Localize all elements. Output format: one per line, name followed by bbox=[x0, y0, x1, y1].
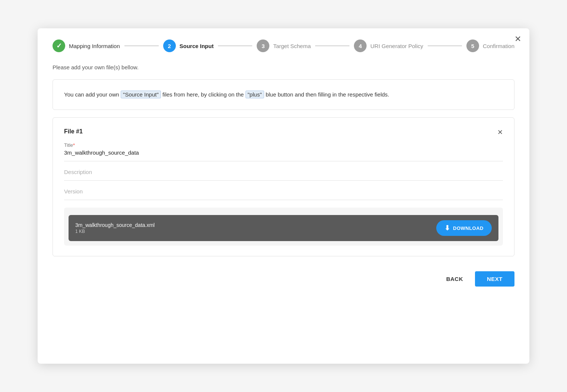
step-2-circle: 2 bbox=[163, 39, 176, 52]
file-attachment: 3m_walkthrough_source_data.xml 1 KB ⬇ DO… bbox=[69, 215, 498, 241]
step-target-schema: 3 Target Schema bbox=[257, 39, 311, 52]
version-input[interactable]: Version bbox=[64, 188, 503, 200]
step-2-number: 2 bbox=[168, 43, 171, 49]
next-button[interactable]: NEXT bbox=[475, 271, 514, 287]
info-text-after: blue button and then filling in the resp… bbox=[264, 91, 389, 98]
step-5-label: Confirmation bbox=[483, 43, 514, 49]
info-text-before: You can add your own bbox=[64, 91, 121, 98]
back-button[interactable]: BACK bbox=[440, 272, 469, 286]
file-attachment-info: 3m_walkthrough_source_data.xml 1 KB bbox=[75, 222, 155, 234]
info-text-middle: files from here, by clicking on the bbox=[161, 91, 246, 98]
step-4-circle: 4 bbox=[354, 39, 367, 52]
info-box: You can add your own "Source Input" file… bbox=[53, 79, 514, 110]
step-3-label: Target Schema bbox=[273, 43, 311, 49]
description-input[interactable]: Description bbox=[64, 169, 503, 181]
step-3-number: 3 bbox=[262, 43, 265, 49]
step-mapping-information: ✓ Mapping Information bbox=[53, 39, 120, 52]
step-3-circle: 3 bbox=[257, 39, 269, 52]
step-1-label: Mapping Information bbox=[69, 43, 120, 49]
download-label: DOWNLOAD bbox=[453, 225, 484, 231]
step-uri-generator: 4 URI Generator Policy bbox=[354, 39, 423, 52]
description-field-group: Description bbox=[64, 169, 503, 181]
download-button[interactable]: ⬇ DOWNLOAD bbox=[436, 220, 492, 236]
close-button[interactable]: ✕ bbox=[514, 35, 521, 43]
attachment-filesize: 1 KB bbox=[75, 229, 155, 234]
step-5-circle: 5 bbox=[466, 39, 479, 52]
footer: BACK NEXT bbox=[53, 271, 514, 287]
stepper: ✓ Mapping Information 2 Source Input 3 T… bbox=[53, 39, 514, 52]
title-label: Title* bbox=[64, 142, 503, 148]
page-subtitle: Please add your own file(s) bellow. bbox=[53, 64, 514, 70]
attachment-filename: 3m_walkthrough_source_data.xml bbox=[75, 222, 155, 228]
checkmark-icon: ✓ bbox=[56, 42, 62, 50]
connector-1 bbox=[124, 45, 159, 46]
connector-3 bbox=[315, 45, 349, 46]
file-close-button[interactable]: ✕ bbox=[497, 128, 503, 136]
title-field-group: Title* 3m_walkthrough_source_data bbox=[64, 142, 503, 161]
step-source-input: 2 Source Input bbox=[163, 39, 214, 52]
required-marker: * bbox=[73, 142, 75, 148]
step-4-label: URI Generator Policy bbox=[370, 43, 423, 49]
version-field-group: Version bbox=[64, 188, 503, 200]
source-input-highlight: "Source Input" bbox=[121, 91, 161, 98]
title-value[interactable]: 3m_walkthrough_source_data bbox=[64, 149, 503, 161]
modal-container: ✕ ✓ Mapping Information 2 Source Input 3… bbox=[38, 28, 529, 364]
step-1-circle: ✓ bbox=[53, 39, 65, 52]
file-header: File #1 ✕ bbox=[64, 128, 503, 136]
step-2-label: Source Input bbox=[180, 43, 214, 49]
file-section: File #1 ✕ Title* 3m_walkthrough_source_d… bbox=[53, 117, 514, 256]
step-4-number: 4 bbox=[359, 43, 362, 49]
download-icon: ⬇ bbox=[444, 224, 450, 232]
step-confirmation: 5 Confirmation bbox=[466, 39, 514, 52]
plus-highlight: "plus" bbox=[246, 91, 264, 98]
step-5-number: 5 bbox=[471, 43, 474, 49]
connector-4 bbox=[428, 45, 462, 46]
connector-2 bbox=[218, 45, 252, 46]
file-title: File #1 bbox=[64, 128, 83, 135]
